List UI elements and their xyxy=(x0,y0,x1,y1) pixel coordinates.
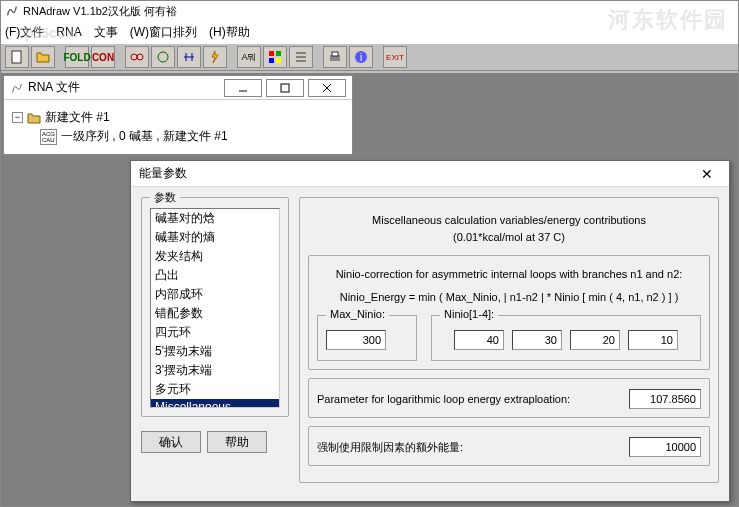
param-option[interactable]: 内部成环 xyxy=(151,285,279,304)
svg-rect-0 xyxy=(12,51,21,63)
max-ninio-input[interactable]: 300 xyxy=(326,330,386,350)
minimize-icon[interactable] xyxy=(224,79,262,97)
force-energy-input[interactable]: 10000 xyxy=(629,437,701,457)
child-window: RNA 文件 − 新建文件 #1 ACG CAU 一级序列 , 0 碱基 , 新… xyxy=(3,75,353,155)
max-ninio-label: Max_Ninio: xyxy=(326,308,389,320)
ninio-3-input[interactable]: 20 xyxy=(570,330,620,350)
menu-help[interactable]: (H)帮助 xyxy=(209,24,250,41)
app-title: RNAdraw V1.1b2汉化版 何有裕 xyxy=(23,4,177,19)
energy-icon[interactable] xyxy=(203,46,227,68)
sequence-icon: ACG CAU xyxy=(40,129,57,145)
toolbar-separator xyxy=(57,46,63,68)
ninio-4-input[interactable]: 10 xyxy=(628,330,678,350)
svg-rect-4 xyxy=(269,51,274,56)
menu-rna[interactable]: RNA xyxy=(56,25,81,39)
params-group: 参数 碱基对的焓碱基对的熵发夹结构凸出内部成环错配参数四元环5'摆动末端3'摆动… xyxy=(141,197,289,417)
ninio-1-input[interactable]: 40 xyxy=(454,330,504,350)
svg-rect-7 xyxy=(276,58,281,63)
color-icon[interactable] xyxy=(263,46,287,68)
svg-rect-6 xyxy=(269,58,274,63)
help-button[interactable]: 帮助 xyxy=(207,431,267,453)
params-group-label: 参数 xyxy=(150,190,180,205)
close-icon[interactable] xyxy=(308,79,346,97)
param-option[interactable]: 碱基对的熵 xyxy=(151,228,279,247)
dialog-title-text: 能量参数 xyxy=(139,165,187,182)
nucleotide-icon[interactable] xyxy=(151,46,175,68)
menu-window[interactable]: (W)窗口排列 xyxy=(130,24,197,41)
svg-point-3 xyxy=(158,52,168,62)
ninio-group: Ninio-correction for asymmetric internal… xyxy=(308,255,710,370)
param-option[interactable]: 5'摆动末端 xyxy=(151,342,279,361)
toolbar-separator xyxy=(315,46,321,68)
param-option[interactable]: 四元环 xyxy=(151,323,279,342)
svg-point-1 xyxy=(131,54,137,60)
svg-point-2 xyxy=(137,54,143,60)
toolbar-separator xyxy=(117,46,123,68)
menu-docs[interactable]: 文事 xyxy=(94,24,118,41)
menu-file[interactable]: (F)文件 xyxy=(5,24,44,41)
app-icon xyxy=(5,4,19,18)
param-option[interactable]: 碱基对的焓 xyxy=(151,209,279,228)
log-param-label: Parameter for logarithmic loop energy ex… xyxy=(317,393,570,405)
svg-text:i: i xyxy=(360,52,362,63)
folder-icon xyxy=(27,112,41,124)
log-group: Parameter for logarithmic loop energy ex… xyxy=(308,378,710,418)
ninio-formula: Ninio_Energy = min ( Max_Ninio, | n1-n2 … xyxy=(317,289,701,306)
list-icon[interactable] xyxy=(289,46,313,68)
child-icon xyxy=(10,81,24,95)
param-option[interactable]: 多元环 xyxy=(151,380,279,399)
tree-root-row[interactable]: − 新建文件 #1 xyxy=(12,108,344,127)
param-option[interactable]: 错配参数 xyxy=(151,304,279,323)
toolbar: FOLD CON A뭐 i EXIT xyxy=(1,43,738,71)
tree-item-label: 一级序列 , 0 碱基 , 新建文件 #1 xyxy=(61,128,228,145)
svg-rect-9 xyxy=(332,52,338,56)
misc-group: Miscellaneous calculation variables/ener… xyxy=(299,197,719,483)
new-file-icon[interactable] xyxy=(5,46,29,68)
menubar: (F)文件 RNA 文事 (W)窗口排列 (H)帮助 xyxy=(1,21,738,43)
force-group: 强制使用限制因素的额外能量: 10000 xyxy=(308,426,710,466)
config-icon[interactable]: CON xyxy=(91,46,115,68)
svg-rect-5 xyxy=(276,51,281,56)
param-option[interactable]: 凸出 xyxy=(151,266,279,285)
tree-view[interactable]: − 新建文件 #1 ACG CAU 一级序列 , 0 碱基 , 新建文件 #1 xyxy=(4,100,352,154)
dialog-titlebar: 能量参数 ✕ xyxy=(131,161,729,187)
child-titlebar: RNA 文件 xyxy=(4,76,352,100)
open-folder-icon[interactable] xyxy=(31,46,55,68)
exit-icon[interactable]: EXIT xyxy=(383,46,407,68)
params-listbox[interactable]: 碱基对的焓碱基对的熵发夹结构凸出内部成环错配参数四元环5'摆动末端3'摆动末端多… xyxy=(150,208,280,408)
toolbar-separator xyxy=(229,46,235,68)
child-title-text: RNA 文件 xyxy=(28,79,80,96)
param-option[interactable]: 发夹结构 xyxy=(151,247,279,266)
log-param-input[interactable]: 107.8560 xyxy=(629,389,701,409)
param-option[interactable]: Miscellaneous xyxy=(151,399,279,408)
energy-params-dialog: 能量参数 ✕ 参数 碱基对的焓碱基对的熵发夹结构凸出内部成环错配参数四元环5'摆… xyxy=(130,160,730,502)
misc-heading: Miscellaneous calculation variables/ener… xyxy=(308,212,710,245)
param-option[interactable]: 3'摆动末端 xyxy=(151,361,279,380)
collapse-icon[interactable]: − xyxy=(12,112,23,123)
toolbar-separator xyxy=(375,46,381,68)
maximize-icon[interactable] xyxy=(266,79,304,97)
fold-icon[interactable]: FOLD xyxy=(65,46,89,68)
print-icon[interactable] xyxy=(323,46,347,68)
force-energy-label: 强制使用限制因素的额外能量: xyxy=(317,440,463,455)
ninio-array-label: Ninio[1-4]: xyxy=(440,308,498,320)
ok-button[interactable]: 确认 xyxy=(141,431,201,453)
svg-rect-13 xyxy=(281,84,289,92)
tree-root-label: 新建文件 #1 xyxy=(45,109,110,126)
titlebar: RNAdraw V1.1b2汉化版 何有裕 xyxy=(1,1,738,21)
ninio-2-input[interactable]: 30 xyxy=(512,330,562,350)
info-icon[interactable]: i xyxy=(349,46,373,68)
close-icon[interactable]: ✕ xyxy=(693,164,721,184)
ninio-desc: Ninio-correction for asymmetric internal… xyxy=(317,266,701,283)
text-tool-icon[interactable]: A뭐 xyxy=(237,46,261,68)
tree-item-row[interactable]: ACG CAU 一级序列 , 0 碱基 , 新建文件 #1 xyxy=(12,127,344,146)
chain-icon[interactable] xyxy=(125,46,149,68)
structure-icon[interactable] xyxy=(177,46,201,68)
